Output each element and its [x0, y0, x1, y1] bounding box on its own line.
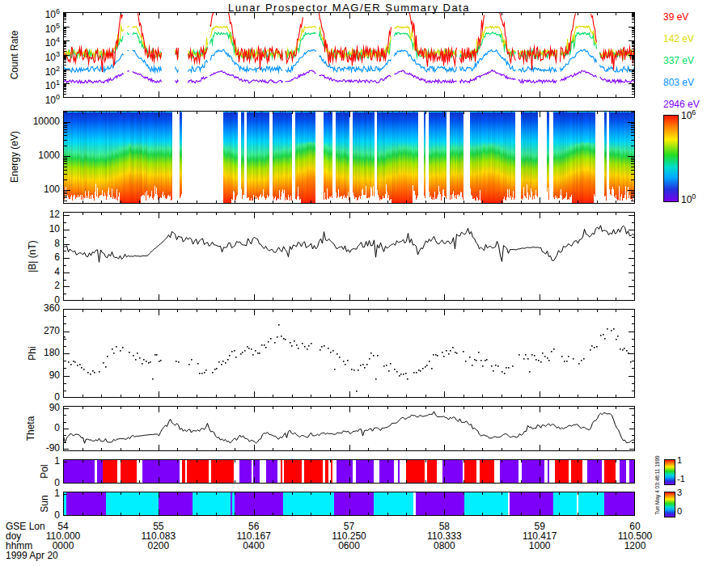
count-rate-tick-10e5: 105 [21, 21, 60, 35]
theta-panel [63, 406, 635, 451]
legend-item-337-ev: 337 eV [663, 55, 694, 66]
bmag-panel [63, 212, 635, 301]
phi-tick-90: 90 [21, 370, 60, 381]
sun-strip [63, 492, 635, 516]
xtick-hhmm-0400: 0400 [222, 540, 286, 551]
bmag-tick-10: 10 [21, 224, 60, 234]
theta-tick-90: 90 [21, 403, 60, 413]
spectrogram-colorbar-min-label: 100 [681, 192, 696, 205]
energy-tick-100: 100 [21, 184, 60, 195]
energy-tick-1000: 1000 [21, 150, 60, 161]
energy-tick-10000: 10000 [21, 116, 60, 127]
bmag-tick-2: 2 [21, 281, 60, 291]
xtick-hhmm-0200: 0200 [126, 540, 191, 551]
theta-tick--90: -90 [21, 443, 60, 454]
count-rate-tick-10e0: 100 [21, 92, 60, 106]
pol-tick-1: 1 [21, 456, 60, 467]
bmag-tick-8: 8 [21, 239, 60, 249]
count-rate-axis-label: Count Rate [9, 31, 20, 80]
spectrogram-colorbar [663, 115, 679, 202]
pol-colorbar [664, 459, 675, 485]
sun-colorbar-min-label: 0 [677, 506, 682, 516]
energy-axis-label: Energy (eV) [9, 131, 20, 183]
legend-item-2946-ev: 2946 eV [663, 99, 700, 110]
phi-panel [63, 309, 635, 398]
count-rate-tick-10e2: 102 [21, 64, 60, 78]
theta-tick-0: 0 [21, 423, 60, 433]
pol-colorbar-min-label: -1 [677, 474, 685, 484]
xtick-hhmm-0600: 0600 [317, 540, 382, 551]
phi-tick-360: 360 [21, 303, 60, 314]
sun-colorbar [664, 492, 675, 517]
xtick-hhmm-1200: 1200 [603, 540, 667, 551]
legend-item-39-ev: 39 eV [663, 11, 688, 23]
xtick-hhmm-0000: 0000 [31, 540, 95, 551]
spectrogram-panel [63, 111, 635, 204]
pol-axis-label: Pol [39, 464, 50, 478]
bmag-tick-4: 4 [21, 267, 60, 277]
sun-tick-1: 1 [21, 488, 60, 499]
plot-timestamp-watermark: Tue May 4 03:46:11 1999 [654, 455, 660, 514]
date-label: 1999 Apr 20 [6, 550, 58, 561]
pol-strip [63, 459, 635, 484]
count-rate-tick-10e6: 106 [21, 6, 60, 20]
legend-item-803-ev: 803 eV [663, 77, 694, 88]
spectrogram-colorbar-max-label: 106 [681, 108, 696, 121]
legend-item-142-ev: 142 eV [663, 33, 694, 44]
pol-colorbar-max-label: 1 [677, 455, 682, 465]
count-rate-panel [63, 12, 635, 98]
count-rate-tick-10e4: 104 [21, 35, 60, 49]
sun-tick-0: 0 [21, 510, 60, 521]
phi-tick-180: 180 [21, 348, 60, 358]
count-rate-tick-10e3: 103 [21, 49, 60, 63]
bmag-tick-12: 12 [21, 209, 60, 220]
count-rate-tick-10e1: 101 [21, 78, 60, 91]
figure: Lunar Prospector MAG/ER Summary Data Cou… [0, 0, 728, 566]
bmag-tick-6: 6 [21, 252, 60, 263]
sun-colorbar-max-label: 3 [677, 488, 682, 497]
xtick-hhmm-1000: 1000 [507, 540, 572, 551]
phi-tick-270: 270 [21, 326, 60, 336]
xtick-hhmm-0800: 0800 [412, 540, 476, 551]
